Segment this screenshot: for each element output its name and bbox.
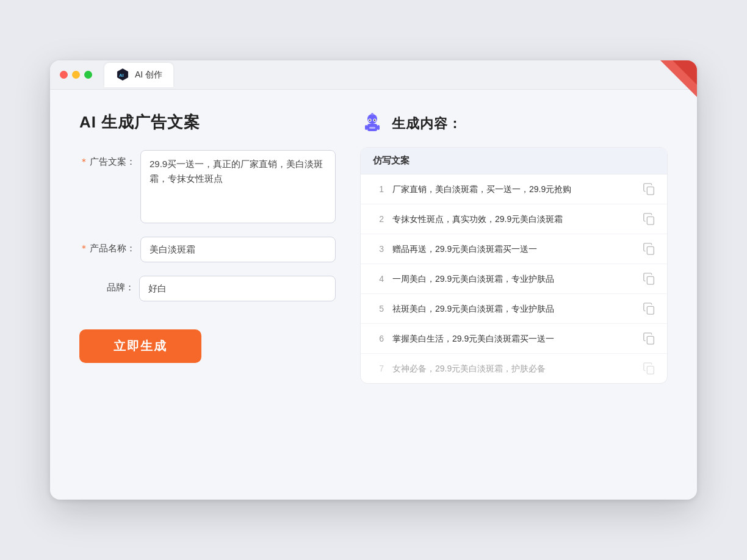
- svg-rect-15: [647, 187, 654, 195]
- browser-window: AI AI 创作 AI 生成广告文案 ＊广告文案： 29.9买一送一，真正的厂家…: [50, 60, 697, 500]
- svg-rect-19: [647, 306, 654, 314]
- table-row: 1 厂家直销，美白淡斑霜，买一送一，29.9元抢购: [361, 174, 667, 204]
- page-title: AI 生成广告文案: [79, 112, 336, 133]
- product-name-input[interactable]: 美白淡斑霜: [140, 237, 336, 262]
- content-area: AI 生成广告文案 ＊广告文案： 29.9买一送一，真正的厂家直销，美白淡斑霜，…: [50, 90, 697, 406]
- left-panel: AI 生成广告文案 ＊广告文案： 29.9买一送一，真正的厂家直销，美白淡斑霜，…: [79, 112, 336, 384]
- product-name-required: ＊: [79, 243, 88, 253]
- ai-tab[interactable]: AI AI 创作: [104, 63, 173, 87]
- copy-icon[interactable]: [643, 272, 656, 285]
- result-title: 生成内容：: [392, 115, 462, 133]
- row-number: 2: [372, 214, 384, 224]
- svg-rect-18: [647, 276, 654, 284]
- row-text: 掌握美白生活，29.9元美白淡斑霜买一送一: [392, 332, 634, 345]
- robot-icon: [360, 112, 384, 136]
- table-row: 2 专抹女性斑点，真实功效，29.9元美白淡斑霜: [361, 204, 667, 234]
- row-number: 1: [372, 184, 384, 194]
- title-bar: AI AI 创作: [50, 60, 697, 90]
- brand-input[interactable]: 好白: [139, 276, 336, 301]
- product-name-group: ＊产品名称： 美白淡斑霜: [79, 237, 336, 262]
- row-number: 3: [372, 244, 384, 254]
- svg-rect-16: [647, 217, 654, 224]
- table-row: 6 掌握美白生活，29.9元美白淡斑霜买一送一: [361, 324, 667, 354]
- copy-icon[interactable]: [643, 182, 656, 196]
- ai-tab-icon: AI: [115, 68, 130, 82]
- row-text: 祛斑美白，29.9元美白淡斑霜，专业护肤品: [392, 303, 634, 315]
- row-text: 一周美白，29.9元美白淡斑霜，专业护肤品: [392, 273, 634, 285]
- svg-rect-17: [647, 246, 654, 254]
- table-row: 4 一周美白，29.9元美白淡斑霜，专业护肤品: [361, 264, 667, 294]
- table-row: 7 女神必备，29.9元美白淡斑霜，护肤必备: [361, 354, 667, 383]
- row-number: 7: [372, 364, 384, 373]
- svg-rect-21: [647, 366, 654, 374]
- copy-icon[interactable]: [643, 362, 656, 375]
- svg-text:AI: AI: [119, 72, 124, 77]
- generate-button[interactable]: 立即生成: [79, 329, 201, 363]
- ad-copy-required: ＊: [79, 156, 88, 167]
- ad-copy-input[interactable]: 29.9买一送一，真正的厂家直销，美白淡斑霜，专抹女性斑点: [140, 150, 336, 223]
- row-text: 厂家直销，美白淡斑霜，买一送一，29.9元抢购: [392, 183, 634, 196]
- copy-icon[interactable]: [643, 332, 656, 345]
- table-header: 仿写文案: [361, 148, 667, 174]
- result-table: 仿写文案 1 厂家直销，美白淡斑霜，买一送一，29.9元抢购 2 专抹女性斑点，…: [360, 147, 668, 384]
- copy-icon[interactable]: [643, 302, 656, 315]
- row-number: 5: [372, 304, 384, 314]
- tab-label: AI 创作: [135, 70, 162, 81]
- table-row: 5 祛斑美白，29.9元美白淡斑霜，专业护肤品: [361, 294, 667, 324]
- maximize-button[interactable]: [84, 71, 92, 79]
- ad-copy-label: ＊广告文案：: [79, 150, 135, 168]
- row-text: 赠品再送，29.9元美白淡斑霜买一送一: [392, 243, 634, 256]
- row-number: 6: [372, 334, 384, 343]
- result-rows: 1 厂家直销，美白淡斑霜，买一送一，29.9元抢购 2 专抹女性斑点，真实功效，…: [361, 174, 667, 383]
- svg-rect-14: [369, 127, 375, 129]
- svg-point-9: [374, 120, 375, 121]
- copy-icon[interactable]: [643, 242, 656, 256]
- right-panel: 生成内容： 仿写文案 1 厂家直销，美白淡斑霜，买一送一，29.9元抢购 2 专…: [360, 112, 668, 384]
- brand-group: 品牌： 好白: [79, 276, 336, 301]
- copy-icon[interactable]: [643, 212, 656, 226]
- svg-rect-20: [647, 336, 654, 344]
- ad-copy-group: ＊广告文案： 29.9买一送一，真正的厂家直销，美白淡斑霜，专抹女性斑点: [79, 150, 336, 223]
- row-number: 4: [372, 274, 384, 284]
- close-button[interactable]: [60, 71, 68, 79]
- svg-point-8: [369, 120, 370, 121]
- svg-rect-13: [377, 125, 380, 130]
- brand-label: 品牌：: [79, 276, 134, 293]
- traffic-lights: [60, 71, 92, 79]
- row-text: 女神必备，29.9元美白淡斑霜，护肤必备: [392, 362, 634, 375]
- minimize-button[interactable]: [72, 71, 80, 79]
- row-text: 专抹女性斑点，真实功效，29.9元美白淡斑霜: [392, 213, 634, 226]
- table-row: 3 赠品再送，29.9元美白淡斑霜买一送一: [361, 234, 667, 264]
- svg-rect-12: [365, 125, 367, 130]
- svg-point-11: [371, 113, 374, 115]
- product-name-label: ＊产品名称：: [79, 237, 135, 254]
- result-header: 生成内容：: [360, 112, 668, 136]
